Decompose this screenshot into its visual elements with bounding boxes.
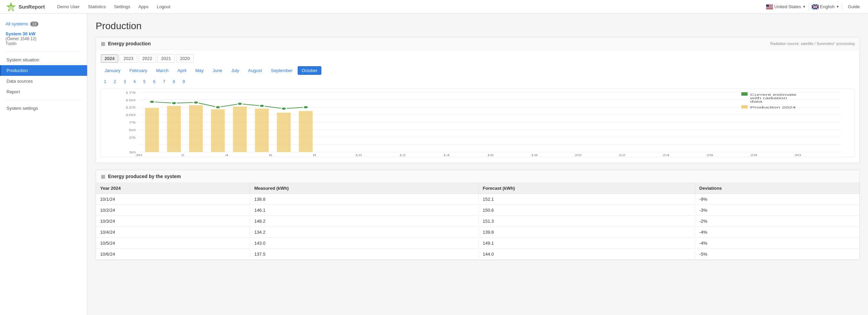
radiation-source: Radiation source: satellite / Sunmeteo° …: [770, 42, 855, 46]
year-tab-2023[interactable]: 2023: [120, 54, 137, 63]
guide-link[interactable]: Guide: [845, 4, 863, 9]
language-selector[interactable]: English ▼: [812, 4, 840, 9]
line-dot-5: [237, 103, 242, 105]
month-tab-october[interactable]: October: [298, 66, 321, 75]
svg-text:125: 125: [125, 106, 136, 109]
svg-text:30: 30: [135, 153, 142, 157]
cell-deviation-1: -9%: [695, 194, 859, 205]
system-owner: (Owner 1548 12): [5, 36, 82, 41]
system-info: System 30 kW (Owner 1548 12) Tustin: [0, 28, 87, 49]
month-tab-june[interactable]: June: [209, 66, 226, 75]
country-selector[interactable]: United States ▼: [766, 4, 806, 9]
svg-text:25: 25: [129, 136, 135, 139]
grid-icon: ▦: [101, 41, 105, 46]
month-tab-january[interactable]: January: [101, 66, 124, 75]
year-tab-2024[interactable]: 2024: [101, 54, 118, 63]
svg-text:22: 22: [619, 153, 626, 157]
energy-production-header: ▦ Energy production Radiation source: sa…: [96, 37, 859, 50]
energy-production-body: 2024 2023 2022 2021 2020 January Februar…: [96, 50, 859, 163]
nav-divider: [809, 3, 809, 10]
line-dot-3: [193, 101, 199, 104]
svg-text:20: 20: [575, 153, 582, 157]
week-tab-3[interactable]: 3: [120, 78, 129, 85]
cell-forecast-2: 150.6: [478, 205, 695, 216]
table-header-row: Year 2024 Measured (kWh) Forecast (kWh) …: [96, 183, 859, 194]
svg-text:30: 30: [129, 150, 135, 154]
energy-data-table: Year 2024 Measured (kWh) Forecast (kWh) …: [96, 183, 859, 260]
chart-svg: 175 150 125 100 75 50 25 30 30 2 4 6 8: [101, 89, 854, 157]
all-systems-link[interactable]: All systems 13: [0, 19, 87, 28]
all-systems-label: All systems: [5, 21, 28, 26]
col-year: Year 2024: [96, 183, 250, 194]
month-tab-september[interactable]: September: [267, 66, 297, 75]
page-title: Production: [96, 21, 860, 32]
energy-table-wrapper: Year 2024 Measured (kWh) Forecast (kWh) …: [96, 183, 859, 260]
svg-text:150: 150: [125, 98, 136, 102]
sidebar: All systems 13 System 30 kW (Owner 1548 …: [0, 14, 87, 315]
month-tab-february[interactable]: February: [126, 66, 151, 75]
en-flag-icon: [812, 4, 819, 9]
svg-rect-7: [766, 8, 773, 8]
col-deviations: Deviations: [695, 183, 859, 194]
week-tab-6[interactable]: 6: [150, 78, 158, 85]
bar-1: [145, 108, 159, 152]
cell-deviation-6: -5%: [695, 249, 859, 260]
svg-text:2: 2: [181, 153, 185, 157]
sunreport-logo: [5, 1, 16, 12]
sidebar-item-data-sources[interactable]: Data sources: [0, 76, 87, 86]
cell-forecast-6: 144.0: [478, 249, 695, 260]
week-tab-2[interactable]: 2: [111, 78, 119, 85]
svg-rect-1: [9, 6, 13, 10]
line-dot-1: [150, 101, 155, 103]
main-content: Production ▦ Energy production Radiation…: [87, 14, 868, 315]
nav-settings[interactable]: Settings: [110, 0, 134, 14]
legend-estimate-color: [741, 92, 748, 96]
nav-links: Demo User Statistics Settings Apps Logou…: [53, 0, 766, 14]
year-tab-2021[interactable]: 2021: [157, 54, 175, 63]
country-chevron-icon: ▼: [802, 5, 806, 9]
nav-logout[interactable]: Logout: [153, 0, 175, 14]
sidebar-item-system-situation[interactable]: System situation: [0, 55, 87, 65]
sidebar-item-system-settings[interactable]: System settings: [0, 103, 87, 114]
cell-measured-2: 146.1: [250, 205, 478, 216]
cell-date-4: 10/4/24: [96, 227, 250, 238]
month-tab-april[interactable]: April: [174, 66, 190, 75]
table-row: 10/1/24 138.8 152.1 -9%: [96, 194, 859, 205]
week-tab-4[interactable]: 4: [130, 78, 139, 85]
week-tab-5[interactable]: 5: [140, 78, 149, 85]
table-body: 10/1/24 138.8 152.1 -9% 10/2/24 146.1 15…: [96, 194, 859, 260]
month-tab-july[interactable]: July: [227, 66, 243, 75]
sidebar-divider-1: [5, 51, 82, 52]
navbar-right: United States ▼ English ▼ Guide: [766, 3, 863, 10]
nav-statistics[interactable]: Statistics: [84, 0, 110, 14]
sidebar-item-report[interactable]: Report: [0, 86, 87, 97]
svg-text:30: 30: [794, 153, 801, 157]
month-tab-august[interactable]: August: [244, 66, 265, 75]
month-tabs: January February March April May June Ju…: [101, 66, 855, 75]
svg-text:18: 18: [531, 153, 538, 157]
week-tab-8[interactable]: 8: [170, 78, 178, 85]
svg-text:10: 10: [355, 153, 362, 157]
language-chevron-icon: ▼: [836, 5, 839, 9]
month-tab-march[interactable]: March: [152, 66, 172, 75]
week-tab-1[interactable]: 1: [101, 78, 109, 85]
cell-deviation-5: -4%: [695, 238, 859, 249]
month-tab-may[interactable]: May: [191, 66, 207, 75]
year-tab-2020[interactable]: 2020: [176, 54, 194, 63]
nav-demo-user[interactable]: Demo User: [53, 0, 84, 14]
cell-date-5: 10/5/24: [96, 238, 250, 249]
bar-3: [189, 105, 203, 152]
legend-estimate-sub2: data: [750, 100, 763, 103]
week-tab-7[interactable]: 7: [160, 78, 168, 85]
line-dot-2: [171, 102, 177, 105]
sidebar-item-production[interactable]: Production: [0, 65, 87, 76]
table-row: 10/2/24 146.1 150.6 -3%: [96, 205, 859, 216]
week-tab-9[interactable]: 9: [180, 78, 188, 85]
production-chart: 175 150 125 100 75 50 25 30 30 2 4 6 8: [101, 89, 855, 157]
svg-text:75: 75: [129, 120, 135, 124]
year-tab-2022[interactable]: 2022: [139, 54, 156, 63]
brand[interactable]: SunReport: [5, 1, 45, 12]
nav-apps[interactable]: Apps: [134, 0, 153, 14]
system-name[interactable]: System 30 kW: [5, 31, 82, 36]
svg-text:4: 4: [225, 153, 228, 157]
